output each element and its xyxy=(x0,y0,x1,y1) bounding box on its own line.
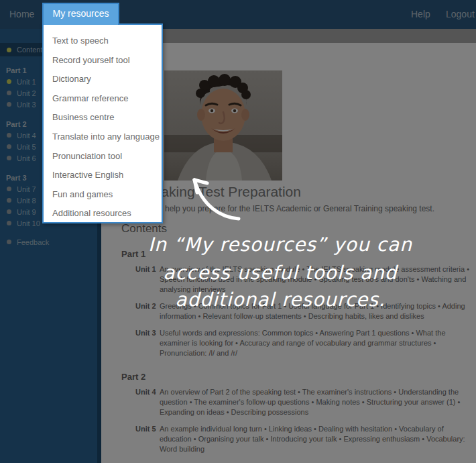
menu-item-pronunciation-tool[interactable]: Pronunciation tool xyxy=(44,147,162,166)
menu-item-dictionary[interactable]: Dictionary xyxy=(44,70,162,89)
menu-item-translate-into-any-language[interactable]: Translate into any language xyxy=(44,127,162,147)
app-window: Home Help Logout Contents Part 1 Unit 1 … xyxy=(0,0,476,463)
menu-item-additional-resources[interactable]: Additional resources xyxy=(44,204,162,223)
menu-item-interactive-english[interactable]: Interactive English xyxy=(44,166,162,185)
menu-item-business-centre[interactable]: Business centre xyxy=(44,108,162,127)
menu-item-grammar-reference[interactable]: Grammar reference xyxy=(44,89,162,109)
tab-my-resources[interactable]: My resources xyxy=(42,3,119,25)
menu-item-fun-and-games[interactable]: Fun and games xyxy=(44,185,162,205)
my-resources-menu: Text to speech Record yourself tool Dict… xyxy=(42,23,163,223)
menu-item-record-yourself-tool[interactable]: Record yourself tool xyxy=(44,51,162,70)
menu-item-text-to-speech[interactable]: Text to speech xyxy=(44,32,162,51)
